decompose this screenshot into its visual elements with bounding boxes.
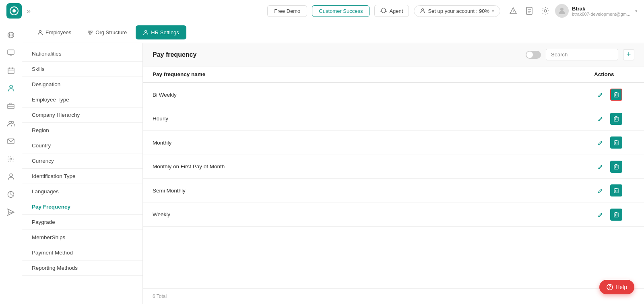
row-actions-weekly [594,209,634,221]
table-row: Weekly [143,203,644,227]
edit-button-monthly-first[interactable] [594,161,606,173]
sidebar-item-pay-frequency[interactable]: Pay Frequency [22,199,142,215]
sidebar-item-company-hierarchy[interactable]: Company Hierarchy [22,108,142,123]
top-nav-icons [508,6,550,16]
row-name-weekly: Weekly [153,211,594,217]
sidebar-item-languages[interactable]: Languages [22,184,142,199]
tab-hr-settings[interactable]: HR Settings [136,25,186,39]
svg-point-32 [39,30,41,32]
agent-icon [380,8,387,14]
setup-chevron-icon: ▾ [492,8,494,14]
sidebar: Nationalities Skills Designation Employe… [22,43,143,304]
setup-button[interactable]: Set up your account : 90% ▾ [414,5,500,17]
edit-button-hourly[interactable] [594,113,606,125]
sidebar-item-memberships[interactable]: MemberShips [22,230,142,245]
main-panel: Pay frequency + Pay frequency name Actio… [143,43,644,304]
row-name-bi-weekly: Bi Weekly [153,92,594,98]
row-actions-monthly-first [594,161,634,173]
edit-button-bi-weekly[interactable] [594,89,606,101]
sidebar-item-designation[interactable]: Designation [22,77,142,92]
tab-org-structure[interactable]: Org Structure [80,25,134,39]
user-email: btrak607-development@gm... [572,12,630,17]
svg-rect-17 [8,68,14,74]
edit-button-monthly[interactable] [594,137,606,149]
content-area: Employees Org Structure HR Settings Nati… [22,22,644,304]
top-nav: » Free Demo Customer Success Agent Set u… [0,0,644,22]
icon-bar-calendar[interactable] [3,62,19,79]
sidebar-item-nationalities[interactable]: Nationalities [22,46,142,62]
svg-point-27 [10,158,12,160]
agent-button[interactable]: Agent [374,5,409,17]
sidebar-item-payment-method[interactable]: Payment Method [22,245,142,261]
document-icon[interactable] [524,6,534,16]
svg-rect-38 [614,117,618,121]
total-count: 6 Total [153,294,167,299]
app-logo [6,3,22,19]
employees-icon [37,30,43,35]
icon-bar-team[interactable] [3,116,19,132]
svg-rect-54 [614,213,618,217]
delete-button-weekly[interactable] [610,209,622,221]
delete-button-bi-weekly[interactable] [610,89,622,101]
svg-point-24 [9,121,11,124]
sidebar-item-paygrade[interactable]: Paygrade [22,215,142,230]
icon-bar-gear[interactable] [3,151,19,167]
user-menu[interactable]: Btrak btrak607-development@gm... ▾ [555,4,638,18]
svg-rect-50 [614,189,618,193]
user-info: Btrak btrak607-development@gm... [572,6,630,17]
svg-point-10 [560,8,564,11]
sidebar-item-currency[interactable]: Currency [22,153,142,169]
icon-bar-mail[interactable] [3,133,19,149]
svg-point-21 [10,85,12,88]
nav-dots[interactable]: » [27,7,31,15]
table-row: Bi Weekly [143,83,644,107]
delete-button-monthly[interactable] [610,136,622,149]
row-actions-bi-weekly [594,89,634,101]
icon-bar [0,22,22,304]
toggle-switch[interactable] [526,51,541,59]
delete-button-semi-monthly[interactable] [610,184,622,196]
svg-point-25 [11,121,14,124]
sidebar-item-skills[interactable]: Skills [22,62,142,77]
icon-bar-clock[interactable] [3,186,19,203]
icon-bar-send[interactable] [3,204,19,220]
table-row: Monthly on First Pay of Month [143,155,644,179]
panel-header: Pay frequency + [143,43,644,66]
table-header: Pay frequency name Actions [143,66,644,83]
help-button[interactable]: Help [599,280,634,294]
customer-success-button[interactable]: Customer Success [312,5,369,17]
help-icon [607,284,613,290]
user-chevron-icon: ▾ [635,8,638,14]
icon-bar-briefcase[interactable] [3,98,19,114]
row-name-semi-monthly: Semi Monthly [153,188,594,194]
settings-icon[interactable] [541,6,550,16]
icon-bar-user2[interactable] [3,169,19,185]
svg-point-28 [10,174,12,177]
icon-bar-tv[interactable] [3,45,19,61]
sidebar-item-reporting-methods[interactable]: Reporting Methods [22,261,142,276]
add-button[interactable]: + [623,49,634,60]
alert-icon[interactable] [508,6,518,16]
delete-button-hourly[interactable] [610,113,622,125]
svg-rect-14 [8,50,14,54]
edit-button-weekly[interactable] [594,209,606,221]
tab-employees[interactable]: Employees [30,25,78,39]
sidebar-item-employee-type[interactable]: Employee Type [22,92,142,108]
sidebar-item-country[interactable]: Country [22,138,142,153]
svg-point-1 [12,9,16,12]
svg-point-9 [544,10,547,12]
table-footer: 6 Total [143,288,644,304]
sidebar-item-region[interactable]: Region [22,123,142,138]
col-header-actions: Actions [594,71,634,77]
icon-bar-globe[interactable] [3,27,19,43]
search-input[interactable] [546,49,618,60]
delete-button-monthly-first[interactable] [610,161,622,173]
free-demo-button[interactable]: Free Demo [267,5,307,17]
sidebar-item-identification-type[interactable]: Identification Type [22,169,142,184]
row-actions-semi-monthly [594,184,634,197]
icon-bar-person[interactable] [3,80,19,96]
row-actions-hourly [594,113,634,125]
svg-rect-46 [614,165,618,169]
edit-button-semi-monthly[interactable] [594,185,606,197]
panel-title: Pay frequency [153,51,521,58]
